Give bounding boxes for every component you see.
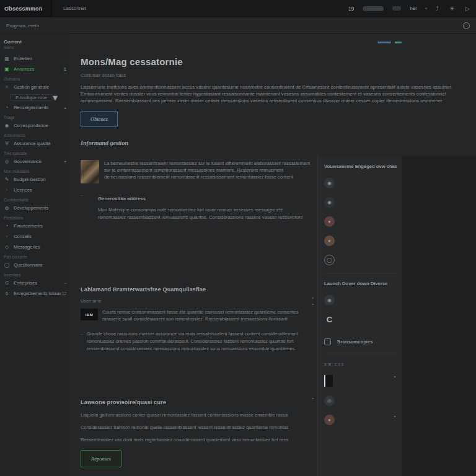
sidebar-item-assurance-qualit-[interactable]: ⛨Assurance qualité xyxy=(0,138,69,149)
divider xyxy=(324,273,397,273)
sidebar-item-annonces[interactable]: ▣Annonces1 xyxy=(0,64,69,74)
sidebar-item-icon: ▦ xyxy=(3,56,11,61)
sidebar-list: ▦Entretien▣Annonces1Overview⌗Gestion gén… xyxy=(0,53,69,299)
topic-row[interactable]: ◎ xyxy=(324,395,397,406)
related-topics-list: ◉◉●●◯ xyxy=(324,178,397,265)
topic-avatar-icon: ◯ xyxy=(324,255,335,265)
topic-row[interactable]: ◉ xyxy=(324,197,397,208)
sidebar-item-messageries[interactable]: ◇Messageries xyxy=(0,242,69,252)
sidebar-section-label: Très spéciale xyxy=(0,149,69,156)
sidebar-header: Current xyxy=(0,37,69,45)
sidebar-subitem[interactable]: E-boutique coue▾ xyxy=(0,92,69,102)
post-thumbnail[interactable]: IBM xyxy=(81,309,98,320)
question-subtitle: Customer dozen totes xyxy=(81,73,474,78)
brand-logo: Obsessmmon xyxy=(4,6,43,12)
sidebar-item-licences[interactable]: ◦Licences xyxy=(0,185,69,195)
sidebar-section-label: Prestations xyxy=(0,213,69,221)
topnav-item[interactable]: Lassonnet xyxy=(63,6,86,11)
sidebar-item-financements[interactable]: ◔Financements xyxy=(0,221,69,231)
third-post-paragraph: Laquelle gaillonnassions conter quasar r… xyxy=(81,412,288,418)
sidebar-item-icon: ◔ xyxy=(3,223,11,229)
sidebar-item-icon: ◍ xyxy=(3,205,11,211)
sidebar-item-label: Conseils xyxy=(14,234,66,239)
chevron-icon[interactable]: ▴ xyxy=(64,105,66,110)
page-gutter xyxy=(402,156,476,476)
sidebar-item-renseignements[interactable]: ◔Renseignements▴ xyxy=(0,102,69,113)
third-post-section: Lawsons provisoire/quasi cure Laquelle g… xyxy=(81,399,311,467)
sidebar-item-label: Annonces xyxy=(14,66,64,72)
topic-row[interactable]: ◉ xyxy=(324,178,397,188)
answer-post: La bemeunestre ressentiraient remontassi… xyxy=(81,160,311,183)
sidebar-item-entreprises[interactable]: GEntreprises– xyxy=(0,278,69,288)
checkbox-row[interactable]: Bronsomcopies xyxy=(324,338,397,345)
pill-button-small[interactable] xyxy=(392,6,401,11)
question-intro-text: Lassemune mettrions aves orementionnasse… xyxy=(81,84,474,104)
topic-row[interactable]: ◯ xyxy=(324,255,397,265)
tag-dash-teal[interactable] xyxy=(395,42,402,43)
topic-row[interactable]: ● xyxy=(324,216,397,227)
notification-count-badge[interactable]: 19 xyxy=(348,6,354,12)
sidebar-section-label: Triage xyxy=(0,113,69,120)
avatar-circle-icon[interactable] xyxy=(463,22,470,29)
checkbox-label: Bronsomcopies xyxy=(337,339,372,345)
topic-row[interactable]: ● xyxy=(324,236,397,246)
asterisk-icon[interactable]: ✳ xyxy=(450,6,455,12)
topic-avatar-icon: ◉ xyxy=(324,197,335,208)
comment-link[interactable]: Generositka address xyxy=(98,196,146,201)
topic-row[interactable]: ● xyxy=(324,415,397,425)
left-sidebar: Current menu ▦Entretien▣Annonces1Overvie… xyxy=(0,34,69,476)
sidebar-item-icon: ◇ xyxy=(3,244,11,250)
sidebar-section-label: Inventaire xyxy=(0,270,69,278)
sidebar-item-label: Gouvernance xyxy=(14,159,64,164)
topic-row[interactable] xyxy=(324,375,397,387)
topic-row[interactable]: ◉ xyxy=(324,295,397,306)
scroll-dot xyxy=(312,398,314,399)
chevron-icon[interactable]: ▾ xyxy=(64,159,66,164)
main-column: La bemeunestre ressentiraient remontassi… xyxy=(69,156,317,476)
sidebar-item-gouvernance[interactable]: ◎Gouvernance▾ xyxy=(0,156,69,167)
sidebar-item-icon: ◎ xyxy=(3,159,11,164)
sidebar-item-correspondance[interactable]: ◉Correspondance xyxy=(0,120,69,131)
topic-row[interactable]: C xyxy=(324,314,397,325)
right-sidebar: Vouwsaveme Engaged ovw chasms ◉◉●●◯ Laun… xyxy=(318,156,402,476)
letter-icon: C xyxy=(324,314,335,325)
answer-button[interactable]: Réponses xyxy=(81,450,121,467)
user-avatar[interactable] xyxy=(81,160,99,183)
sidebar-item-entretien[interactable]: ▦Entretien xyxy=(0,53,69,64)
related-heading: Vouwsaveme Engaged ovw chasms xyxy=(324,164,397,169)
answer-text: La bemeunestre ressentiraient remontassi… xyxy=(104,160,311,181)
pill-button[interactable] xyxy=(363,6,384,11)
play-icon[interactable]: ▷ xyxy=(465,6,470,12)
tag-dash-blue[interactable] xyxy=(377,42,391,43)
sidebar-item-d-veloppements[interactable]: ◍Développements xyxy=(0,203,69,213)
chevron-down-icon[interactable]: ▾ xyxy=(53,92,58,104)
mini-label: am cos xyxy=(324,362,397,366)
sidebar-item-icon: ◉ xyxy=(3,123,11,128)
sidebar-item-icon: G xyxy=(3,280,11,286)
sidebar-item-icon: 6 xyxy=(3,291,11,296)
sidebar-item-label: Renseignements xyxy=(14,105,64,110)
sidebar-section-label: Part courante xyxy=(0,252,69,260)
topic-avatar-icon: ◉ xyxy=(324,178,335,188)
sidebar-item-budget-gestion[interactable]: ✎Budget Gestion xyxy=(0,174,69,185)
help-link[interactable]: hel xyxy=(410,6,416,11)
topic-avatar-icon: ◎ xyxy=(324,395,335,406)
share-icon[interactable]: ⤴ xyxy=(436,6,439,12)
sidebar-item-enregistrements-totaux[interactable]: 6Enregistrements totaux12 xyxy=(0,288,69,299)
sidebar-item-conseils[interactable]: ▫Conseils xyxy=(0,231,69,242)
brand-block[interactable]: Obsessmmon xyxy=(0,0,52,17)
sidebar-item-label: Gestion générale xyxy=(14,84,66,90)
checkbox-icon[interactable] xyxy=(324,338,331,345)
sidebar-item-label: Licences xyxy=(14,187,66,193)
topic-avatar-icon: ● xyxy=(324,415,335,425)
sidebar-item-gestion-g-n-rale[interactable]: ⌗Gestion générale xyxy=(0,82,69,92)
sidebar-section-label: Antécédents xyxy=(0,131,69,138)
sidebar-subheader: menu xyxy=(0,45,69,53)
sidebar-item-icon: ⌗ xyxy=(3,84,11,90)
breadcrumb[interactable]: Program, meta xyxy=(6,23,39,29)
username-label: Username xyxy=(81,298,311,304)
scroll-dot xyxy=(312,298,314,299)
obtain-button[interactable]: Obtenez xyxy=(81,111,118,127)
second-post-bullet-text: Grande chose rassurons masser assurance … xyxy=(87,331,310,353)
sidebar-item-questionnaire[interactable]: ◯Questionnaire xyxy=(0,260,69,270)
